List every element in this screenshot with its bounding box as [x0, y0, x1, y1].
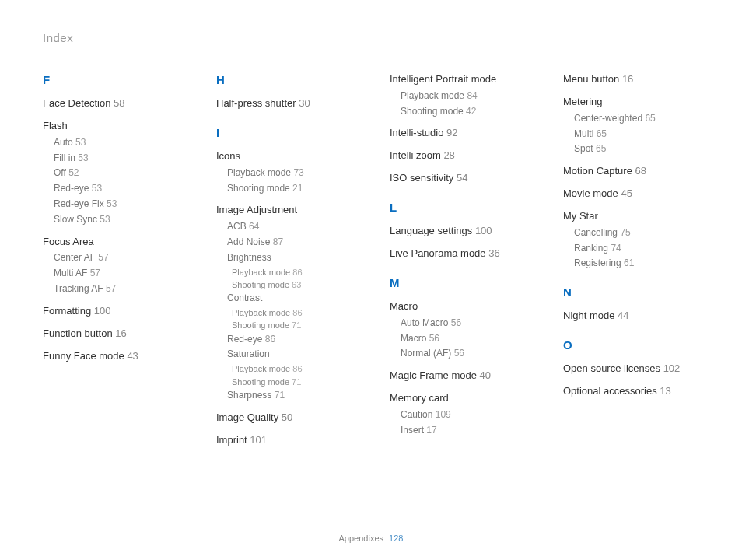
page-ref: 65	[597, 128, 607, 139]
page-ref: 17	[426, 425, 436, 436]
index-entry[interactable]: Motion Capture 68	[563, 165, 699, 178]
page-ref: 100	[94, 305, 111, 317]
index-entry[interactable]: Open source licenses 102	[563, 362, 699, 376]
index-letter: I	[216, 126, 352, 139]
index-group-title: Memory card	[390, 392, 526, 405]
index-subentry[interactable]: Auto 53	[54, 136, 179, 149]
index-subentry[interactable]: Saturation	[227, 348, 352, 361]
page-ref: 36	[488, 247, 499, 259]
index-subentry[interactable]: Caution 109	[401, 408, 526, 422]
index-subentry[interactable]: ACB 64	[227, 220, 352, 233]
index-subentry[interactable]: Add Noise 87	[227, 236, 352, 249]
column-1: FFace Detection 58FlashAuto 53Fill in 53…	[43, 73, 179, 456]
index-group: Intelligent Portrait modePlayback mode 8…	[390, 73, 526, 117]
index-subentry[interactable]: Playback mode 73	[227, 166, 352, 180]
page-ref: 53	[75, 137, 86, 148]
index-subsubentry[interactable]: Playback mode 86	[232, 267, 352, 278]
index-entry[interactable]: ISO sensitivity 54	[390, 172, 526, 185]
index-subentry[interactable]: Playback mode 84	[401, 89, 526, 103]
index-subentry[interactable]: Brightness	[227, 251, 352, 264]
page-ref: 50	[282, 411, 292, 423]
index-subsubentry[interactable]: Shooting mode 71	[232, 376, 352, 387]
index-entry[interactable]: Formatting 100	[43, 305, 179, 318]
index-subsubentry[interactable]: Playback mode 86	[232, 363, 352, 374]
page-ref: 86	[292, 268, 302, 277]
index-subentry[interactable]: Center-weighted 65	[574, 112, 699, 125]
page-ref: 56	[451, 317, 461, 328]
index-subentry[interactable]: Normal (AF) 56	[401, 347, 526, 360]
index-entry[interactable]: Half-press shutter 30	[216, 97, 352, 110]
index-group-title: Flash	[43, 120, 179, 133]
index-group: IconsPlayback mode 73Shooting mode 21	[216, 150, 352, 194]
index-group: Focus AreaCenter AF 57Multi AF 57Trackin…	[43, 236, 179, 296]
index-group-title: Focus Area	[43, 236, 179, 249]
page-ref: 40	[480, 369, 491, 381]
index-group-title: My Star	[563, 210, 699, 223]
page-ref: 73	[293, 167, 303, 178]
page-ref: 58	[114, 97, 124, 109]
index-subentry[interactable]: Fill in 53	[54, 152, 179, 165]
index-entry[interactable]: Intelli-studio 92	[390, 127, 526, 140]
index-entry[interactable]: Intelli zoom 28	[390, 149, 526, 163]
index-subentry[interactable]: Registering 61	[574, 257, 699, 270]
page-ref: 65	[596, 143, 606, 154]
page-ref: 71	[292, 320, 301, 330]
index-subsubentry[interactable]: Playback mode 86	[232, 307, 352, 318]
index-subentry[interactable]: Ranking 74	[574, 242, 699, 255]
index-group: MeteringCenter-weighted 65Multi 65Spot 6…	[563, 96, 699, 156]
page-ref: 54	[457, 172, 467, 184]
index-entry[interactable]: Live Panorama mode 36	[390, 247, 526, 261]
index-group-title: Icons	[216, 150, 352, 163]
index-group: Memory cardCaution 109Insert 17	[390, 392, 526, 436]
index-group-title: Metering	[563, 96, 699, 109]
index-letter: M	[390, 276, 526, 289]
index-entry[interactable]: Night mode 44	[563, 310, 699, 323]
index-entry[interactable]: Movie mode 45	[563, 187, 699, 201]
index-entry[interactable]: Image Quality 50	[216, 411, 352, 425]
index-subsubentry[interactable]: Shooting mode 71	[232, 320, 352, 331]
index-subentry[interactable]: Multi AF 57	[54, 267, 179, 280]
index-subentry[interactable]: Sharpness 71	[227, 389, 352, 402]
index-entry[interactable]: Face Detection 58	[43, 97, 179, 110]
page-ref: 74	[611, 243, 621, 254]
page-ref: 86	[292, 308, 302, 317]
index-subentry[interactable]: Red-eye 53	[54, 182, 179, 195]
index-group: Image AdjustmentACB 64Add Noise 87Bright…	[216, 204, 352, 401]
index-subentry[interactable]: Macro 56	[401, 332, 526, 345]
index-subentry[interactable]: Spot 65	[574, 142, 699, 156]
index-subentry[interactable]: Contrast	[227, 292, 352, 305]
index-entry[interactable]: Magic Frame mode 40	[390, 369, 526, 383]
index-group-title: Image Adjustment	[216, 204, 352, 217]
index-subentry[interactable]: Red-eye 86	[227, 333, 352, 346]
index-subentry[interactable]: Tracking AF 57	[54, 282, 179, 296]
index-group-title: Intelligent Portrait mode	[390, 73, 526, 86]
index-subentry[interactable]: Shooting mode 21	[227, 182, 352, 195]
page-ref: 57	[106, 283, 116, 294]
index-entry[interactable]: Imprint 101	[216, 434, 352, 447]
index-subentry[interactable]: Red-eye Fix 53	[54, 198, 179, 211]
index-subsubentry[interactable]: Shooting mode 63	[232, 279, 352, 290]
page-ref: 30	[299, 97, 310, 109]
index-entry[interactable]: Menu button 16	[563, 73, 699, 86]
page-ref: 100	[475, 225, 492, 236]
page-ref: 71	[292, 377, 301, 387]
page-ref: 53	[78, 152, 88, 163]
page-ref: 16	[622, 73, 633, 85]
index-letter: F	[43, 73, 179, 86]
index-subentry[interactable]: Cancelling 75	[574, 226, 699, 240]
page-ref: 13	[660, 385, 670, 397]
index-subentry[interactable]: Off 52	[54, 166, 179, 180]
index-entry[interactable]: Optional accessories 13	[563, 385, 699, 398]
index-entry[interactable]: Function button 16	[43, 327, 179, 341]
index-subentry[interactable]: Multi 65	[574, 128, 699, 141]
index-subentry[interactable]: Center AF 57	[54, 251, 179, 264]
index-subentry[interactable]: Auto Macro 56	[401, 317, 526, 330]
index-subentry[interactable]: Shooting mode 42	[401, 105, 526, 118]
footer-label: Appendixes	[339, 534, 384, 543]
index-entry[interactable]: Funny Face mode 43	[43, 350, 179, 363]
index-subentry[interactable]: Slow Sync 53	[54, 213, 179, 226]
index-subentry[interactable]: Insert 17	[401, 424, 526, 437]
index-entry[interactable]: Language settings 100	[390, 225, 526, 238]
page-ref: 57	[98, 252, 108, 263]
index-letter: N	[563, 285, 699, 299]
